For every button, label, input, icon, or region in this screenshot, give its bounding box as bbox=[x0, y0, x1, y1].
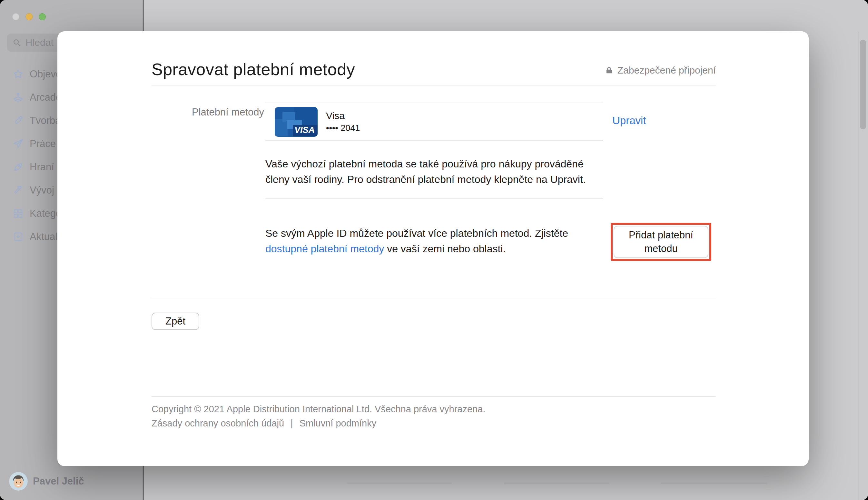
star-icon bbox=[12, 68, 24, 80]
copyright-text: Copyright © 2021 Apple Distribution Inte… bbox=[152, 404, 485, 414]
download-icon bbox=[12, 231, 24, 242]
annotation-highlight-box: Přidat platební metodu bbox=[611, 223, 711, 261]
visa-wordmark: VISA bbox=[294, 125, 315, 135]
arcade-joystick-icon bbox=[12, 92, 24, 103]
payment-methods-section-label: Platební metody bbox=[152, 106, 264, 118]
add-payment-button-line1: Přidat platební bbox=[629, 228, 693, 242]
rocket-icon bbox=[12, 161, 24, 173]
background-field-underline bbox=[504, 482, 610, 484]
default-payment-description: Vaše výchozí platební metoda se také pou… bbox=[265, 156, 630, 187]
add-payment-button-line2: metodu bbox=[644, 242, 678, 255]
add-payment-method-button[interactable]: Přidat platební metodu bbox=[614, 226, 708, 258]
payment-card-row: VISA Visa •••• 2041 bbox=[265, 103, 603, 141]
user-name: Pavel Jelič bbox=[33, 476, 84, 487]
zoom-button[interactable] bbox=[39, 13, 46, 20]
visa-card-icon: VISA bbox=[275, 107, 317, 137]
footer-links: Zásady ochrany osobních údajů | Smluvní … bbox=[152, 418, 376, 429]
sidebar-item-label: Práce bbox=[30, 138, 56, 150]
available-payment-methods-link[interactable]: dostupné platební metody bbox=[265, 243, 384, 254]
description-line-rest: ve vaší zemi nebo oblasti. bbox=[384, 243, 506, 254]
search-placeholder: Hledat bbox=[25, 37, 54, 48]
minimize-button[interactable] bbox=[25, 13, 33, 20]
background-field-underline bbox=[347, 482, 452, 484]
search-icon bbox=[12, 38, 22, 47]
grid-icon bbox=[12, 208, 24, 219]
paintbrush-icon bbox=[12, 115, 24, 126]
divider bbox=[152, 85, 716, 86]
scrollbar-thumb[interactable] bbox=[860, 40, 866, 129]
account-row[interactable]: Pavel Jelič bbox=[9, 472, 84, 491]
sidebar-item-label: Vývoj bbox=[30, 184, 54, 196]
scrollbar-track bbox=[858, 32, 859, 500]
description-line: Se svým Apple ID můžete používat více pl… bbox=[265, 226, 630, 241]
description-line: Vaše výchozí platební metoda se také pou… bbox=[265, 156, 630, 172]
hammer-icon bbox=[12, 184, 24, 196]
background-field-underline bbox=[661, 482, 767, 484]
paper-plane-icon bbox=[12, 138, 24, 150]
description-line: dostupné platební metody ve vaší zemi ne… bbox=[265, 241, 630, 257]
lock-icon bbox=[604, 65, 614, 76]
dialog-title: Spravovat platební metody bbox=[152, 60, 355, 79]
divider bbox=[152, 298, 716, 298]
sidebar-item-label: Arcade bbox=[30, 92, 61, 103]
privacy-policy-link[interactable]: Zásady ochrany osobních údajů bbox=[152, 418, 284, 429]
footer-separator: | bbox=[290, 418, 293, 429]
add-payment-description: Se svým Apple ID můžete používat více pl… bbox=[265, 226, 630, 257]
secure-connection-badge: Zabezpečené připojení bbox=[604, 65, 716, 76]
sidebar-item-label: Tvorba bbox=[30, 115, 61, 126]
edit-link[interactable]: Upravit bbox=[612, 114, 646, 127]
divider bbox=[265, 198, 603, 199]
app-store-window: artu Hledat Objevovat bbox=[0, 0, 868, 500]
avatar bbox=[9, 472, 28, 491]
card-brand: Visa bbox=[326, 110, 360, 121]
close-button[interactable] bbox=[12, 13, 19, 20]
divider bbox=[152, 396, 716, 397]
sidebar-item-label: Hraní bbox=[30, 161, 54, 173]
back-button[interactable]: Zpět bbox=[152, 312, 199, 330]
secure-connection-label: Zabezpečené připojení bbox=[617, 65, 716, 76]
manage-payment-methods-dialog: Spravovat platební metody Zabezpečené př… bbox=[57, 31, 809, 466]
terms-link[interactable]: Smluvní podmínky bbox=[300, 418, 377, 429]
description-line: členy vaší rodiny. Pro odstranění plateb… bbox=[265, 172, 630, 187]
card-masked-number: •••• 2041 bbox=[326, 123, 360, 133]
